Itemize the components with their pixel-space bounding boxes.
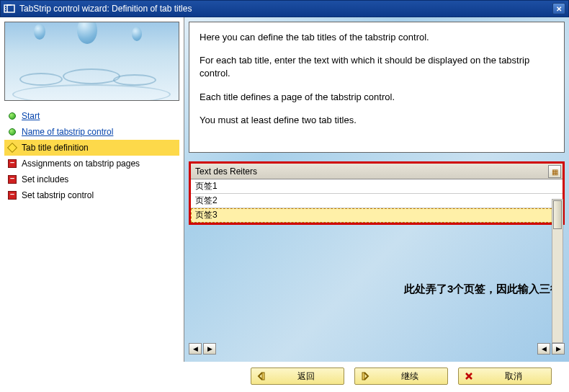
step-set-includes[interactable]: Set includes — [4, 172, 179, 187]
step-set-tabstrip[interactable]: Set tabstrip control — [4, 187, 179, 203]
cell-value: 页签1 — [195, 180, 218, 192]
instruction-line: You must at least define two tab titles. — [200, 114, 554, 127]
step-label: Set tabstrip control — [22, 190, 94, 200]
done-icon — [7, 127, 17, 137]
table-settings-button[interactable]: ▦ — [548, 165, 561, 178]
back-icon — [256, 370, 267, 382]
pending-icon — [7, 190, 17, 200]
pending-icon — [7, 159, 17, 169]
step-label: Tab title definition — [22, 143, 89, 153]
instruction-line: Each title defines a page of the tabstri… — [200, 91, 554, 104]
cancel-icon — [463, 370, 475, 382]
annotation-text: 此处弄了3个页签，因此输入三行 — [404, 282, 561, 296]
column-header: Text des Reiters — [195, 166, 257, 177]
done-icon — [7, 111, 17, 121]
window-icon — [4, 3, 15, 14]
step-assignments[interactable]: Assignments on tabstrip pages — [4, 156, 179, 172]
scroll-right-button[interactable]: ▶ — [203, 343, 216, 355]
table-row[interactable]: 页签2 — [191, 194, 563, 208]
step-label: Name of tabstrip control — [22, 127, 113, 137]
scroll-right-button[interactable]: ▶ — [552, 343, 565, 355]
step-label: Start — [22, 111, 40, 121]
continue-icon — [359, 370, 371, 382]
svg-rect-2 — [362, 373, 364, 380]
grid-icon: ▦ — [552, 168, 558, 176]
table-body: 页签1 页签2 页签3 — [191, 179, 563, 223]
table-header: Text des Reiters ▦ — [191, 164, 563, 179]
step-label: Set includes — [22, 174, 68, 184]
step-label: Assignments on tabstrip pages — [22, 159, 140, 169]
scroll-left-button[interactable]: ◀ — [189, 343, 202, 355]
instruction-line: For each tab title, enter the text with … — [200, 54, 554, 80]
back-button[interactable]: 返回 — [251, 368, 344, 385]
active-icon — [7, 143, 17, 153]
horizontal-scroll-controls: ◀ ▶ ◀ ▶ — [189, 343, 565, 356]
body: Start Name of tabstrip control Tab title… — [0, 17, 569, 362]
cell-value: 页签2 — [195, 195, 218, 207]
continue-button[interactable]: 继续 — [354, 368, 448, 385]
instructions: Here you can define the tab titles of th… — [189, 22, 565, 153]
sidebar: Start Name of tabstrip control Tab title… — [0, 17, 184, 362]
svg-rect-1 — [262, 373, 264, 380]
tab-titles-table: Text des Reiters ▦ 页签1 页签2 页签3 — [189, 161, 565, 225]
step-tab-title-definition[interactable]: Tab title definition — [4, 140, 179, 156]
pending-icon — [7, 174, 17, 184]
window-title: TabStrip control wizard: Definition of t… — [19, 4, 552, 14]
decorative-image — [4, 22, 179, 101]
instruction-line: Here you can define the tab titles of th… — [200, 31, 554, 44]
svg-rect-0 — [4, 5, 14, 12]
footer: 返回 继续 取消 — [0, 362, 569, 391]
content-pane: Here you can define the tab titles of th… — [184, 17, 569, 362]
scrollbar-thumb[interactable] — [553, 200, 562, 229]
step-start[interactable]: Start — [4, 108, 179, 124]
cell-value: 页签3 — [195, 209, 218, 221]
table-row[interactable]: 页签1 — [191, 179, 563, 194]
titlebar: TabStrip control wizard: Definition of t… — [0, 0, 569, 17]
button-label: 继续 — [384, 370, 436, 383]
button-label: 取消 — [488, 370, 539, 383]
cancel-button[interactable]: 取消 — [458, 368, 552, 385]
table-row[interactable]: 页签3 — [191, 208, 563, 223]
wizard-steps: Start Name of tabstrip control Tab title… — [0, 105, 184, 206]
step-name-of-tabstrip[interactable]: Name of tabstrip control — [4, 124, 179, 140]
vertical-scrollbar[interactable] — [552, 199, 563, 343]
button-label: 返回 — [280, 370, 332, 383]
scroll-left-button[interactable]: ◀ — [537, 343, 550, 355]
close-button[interactable]: ✕ — [552, 3, 565, 14]
